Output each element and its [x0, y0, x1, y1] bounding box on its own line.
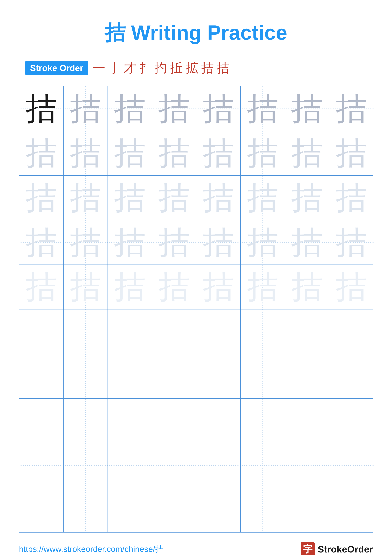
cell-8-4[interactable]: [152, 399, 196, 443]
cell-9-5[interactable]: [196, 443, 241, 488]
cell-5-1[interactable]: 拮: [19, 265, 64, 309]
cell-9-8[interactable]: [329, 443, 373, 488]
stroke-3: 才: [124, 59, 136, 77]
char-guide: 拮: [203, 271, 234, 303]
cell-2-7[interactable]: 拮: [285, 131, 329, 175]
cell-7-2[interactable]: [64, 354, 108, 398]
cell-3-5[interactable]: 拮: [196, 175, 241, 220]
cell-3-3[interactable]: 拮: [108, 175, 152, 220]
cell-6-7[interactable]: [285, 309, 329, 354]
char-guide: 拮: [203, 93, 234, 124]
cell-5-3[interactable]: 拮: [108, 265, 152, 309]
cell-9-4[interactable]: [152, 443, 196, 488]
cell-8-8[interactable]: [329, 399, 373, 443]
cell-6-3[interactable]: [108, 309, 152, 354]
cell-1-8[interactable]: 拮: [329, 86, 373, 131]
cell-10-3[interactable]: [108, 488, 152, 532]
cell-6-8[interactable]: [329, 309, 373, 354]
cell-5-5[interactable]: 拮: [196, 265, 241, 309]
cell-1-3[interactable]: 拮: [108, 86, 152, 131]
cell-6-6[interactable]: [241, 309, 285, 354]
cell-4-6[interactable]: 拮: [241, 220, 285, 264]
cell-3-6[interactable]: 拮: [241, 175, 285, 220]
footer-url[interactable]: https://www.strokeorder.com/chinese/拮: [19, 544, 163, 555]
cell-10-8[interactable]: [329, 488, 373, 532]
cell-5-6[interactable]: 拮: [241, 265, 285, 309]
cell-2-1[interactable]: 拮: [19, 131, 64, 175]
cell-7-1[interactable]: [19, 354, 64, 398]
cell-8-7[interactable]: [285, 399, 329, 443]
cell-8-3[interactable]: [108, 399, 152, 443]
cell-2-3[interactable]: 拮: [108, 131, 152, 175]
cell-5-7[interactable]: 拮: [285, 265, 329, 309]
cell-6-4[interactable]: [152, 309, 196, 354]
cell-10-1[interactable]: [19, 488, 64, 532]
char-guide: 拮: [70, 182, 101, 214]
cell-8-5[interactable]: [196, 399, 241, 443]
stroke-7: 拡: [186, 59, 198, 77]
char-guide: 拮: [70, 93, 101, 124]
brand-name: StrokeOrder: [318, 544, 373, 555]
cell-5-2[interactable]: 拮: [64, 265, 108, 309]
cell-10-6[interactable]: [241, 488, 285, 532]
cell-9-6[interactable]: [241, 443, 285, 488]
cell-2-6[interactable]: 拮: [241, 131, 285, 175]
cell-1-4[interactable]: 拮: [152, 86, 196, 131]
cell-1-2[interactable]: 拮: [64, 86, 108, 131]
cell-2-2[interactable]: 拮: [64, 131, 108, 175]
cell-3-8[interactable]: 拮: [329, 175, 373, 220]
char-guide: 拮: [247, 93, 278, 124]
cell-4-1[interactable]: 拮: [19, 220, 64, 264]
cell-4-4[interactable]: 拮: [152, 220, 196, 264]
cell-6-1[interactable]: [19, 309, 64, 354]
char-guide: 拮: [25, 137, 57, 169]
cell-10-4[interactable]: [152, 488, 196, 532]
cell-1-1[interactable]: 拮: [19, 86, 64, 131]
cell-3-2[interactable]: 拮: [64, 175, 108, 220]
cell-3-1[interactable]: 拮: [19, 175, 64, 220]
char-guide: 拮: [335, 226, 367, 258]
cell-7-5[interactable]: [196, 354, 241, 398]
cell-9-1[interactable]: [19, 443, 64, 488]
cell-1-6[interactable]: 拮: [241, 86, 285, 131]
brand-icon: 字: [301, 542, 315, 555]
char-guide: 拮: [335, 182, 367, 214]
cell-7-3[interactable]: [108, 354, 152, 398]
char-guide: 拮: [291, 226, 323, 258]
cell-2-5[interactable]: 拮: [196, 131, 241, 175]
char-guide: 拮: [25, 271, 57, 303]
char-guide: 拮: [203, 182, 234, 214]
cell-4-3[interactable]: 拮: [108, 220, 152, 264]
cell-4-8[interactable]: 拮: [329, 220, 373, 264]
cell-2-4[interactable]: 拮: [152, 131, 196, 175]
cell-5-4[interactable]: 拮: [152, 265, 196, 309]
cell-7-6[interactable]: [241, 354, 285, 398]
stroke-sequence: 一 亅 才 扌 扚 拞 拡 拮 拮: [93, 59, 229, 77]
cell-4-2[interactable]: 拮: [64, 220, 108, 264]
char-guide: 拮: [114, 93, 146, 124]
cell-2-8[interactable]: 拮: [329, 131, 373, 175]
cell-10-2[interactable]: [64, 488, 108, 532]
grid-row-10: [19, 488, 373, 532]
cell-7-8[interactable]: [329, 354, 373, 398]
cell-4-5[interactable]: 拮: [196, 220, 241, 264]
cell-1-7[interactable]: 拮: [285, 86, 329, 131]
cell-6-5[interactable]: [196, 309, 241, 354]
cell-9-7[interactable]: [285, 443, 329, 488]
cell-1-5[interactable]: 拮: [196, 86, 241, 131]
cell-5-8[interactable]: 拮: [329, 265, 373, 309]
cell-3-4[interactable]: 拮: [152, 175, 196, 220]
cell-8-6[interactable]: [241, 399, 285, 443]
cell-7-7[interactable]: [285, 354, 329, 398]
cell-9-3[interactable]: [108, 443, 152, 488]
cell-10-7[interactable]: [285, 488, 329, 532]
cell-10-5[interactable]: [196, 488, 241, 532]
cell-4-7[interactable]: 拮: [285, 220, 329, 264]
cell-3-7[interactable]: 拮: [285, 175, 329, 220]
cell-8-1[interactable]: [19, 399, 64, 443]
cell-6-2[interactable]: [64, 309, 108, 354]
char-dark: 拮: [25, 93, 57, 124]
cell-8-2[interactable]: [64, 399, 108, 443]
cell-7-4[interactable]: [152, 354, 196, 398]
cell-9-2[interactable]: [64, 443, 108, 488]
